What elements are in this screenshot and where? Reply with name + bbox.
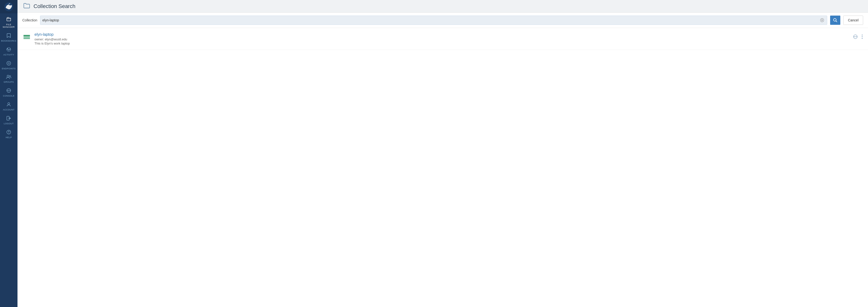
svg-point-26 [862,38,863,39]
sidebar-item-label-file-manager: FILE MANAGER [1,23,17,28]
sidebar-item-help[interactable]: HELP [0,127,18,141]
search-button[interactable] [830,16,840,25]
table-row: elyn-laptop owner: elyn@wustl.edu This i… [18,28,868,50]
sidebar-item-label-console: CONSOLE [3,94,14,97]
app-logo[interactable] [0,0,18,13]
help-icon [6,130,11,135]
sidebar-item-label-help: HELP [6,136,12,139]
sidebar-item-label-groups: GROUPS [4,81,14,83]
search-bar: Collection Cancel [18,12,868,28]
svg-point-4 [8,62,9,64]
result-name[interactable]: elyn-laptop [34,32,852,37]
sidebar-item-bookmarks[interactable]: BOOKMARKS [0,31,18,45]
groups-icon [6,75,11,80]
svg-rect-1 [7,18,11,21]
page-title: Collection Search [33,3,75,9]
svg-point-6 [9,76,11,77]
search-label: Collection [22,18,37,22]
search-input[interactable] [42,18,819,22]
clear-search-button[interactable] [819,18,825,23]
bookmarks-icon [6,33,11,39]
sidebar-item-console[interactable]: CONSOLE [0,86,18,100]
cancel-button[interactable]: Cancel [843,16,863,25]
file-manager-icon [6,17,11,22]
header-folder-icon [23,3,30,10]
sidebar-item-account[interactable]: ACCOUNT [0,100,18,113]
sidebar-item-file-manager[interactable]: FILE MANAGER [0,15,18,31]
result-content: elyn-laptop owner: elyn@wustl.edu This i… [34,32,852,45]
activity-icon [6,47,11,53]
sidebar-item-logout[interactable]: LOGOUT [0,113,18,127]
more-options-button[interactable] [861,34,863,41]
svg-point-24 [862,34,863,35]
sidebar-item-groups[interactable]: GROUPS [0,72,18,86]
endpoints-icon [6,61,11,66]
main-content: Collection Search Collection Cancel [18,0,868,307]
result-actions [852,32,863,41]
svg-point-9 [8,103,10,105]
page-header: Collection Search [18,0,868,12]
account-icon [6,102,11,108]
collection-icon [22,33,31,41]
results-area: elyn-laptop owner: elyn@wustl.edu This i… [18,28,868,307]
result-description: This is Elyn's work laptop [34,41,852,45]
svg-point-25 [862,36,863,37]
sidebar-item-label-bookmarks: BOOKMARKS [1,40,17,42]
logout-icon [6,116,11,121]
sidebar-item-label-endpoints: ENDPOINTS [2,67,16,70]
svg-point-3 [7,61,11,65]
svg-line-18 [836,21,837,22]
sidebar-item-label-logout: LOGOUT [4,122,13,125]
svg-point-13 [8,133,9,134]
sidebar: FILE MANAGER BOOKMARKS ACTIVITY ENDPOINT… [0,0,18,307]
result-owner: owner: elyn@wustl.edu [34,37,852,41]
sidebar-item-endpoints[interactable]: ENDPOINTS [0,58,18,72]
search-input-wrapper [40,16,827,25]
console-icon [6,88,11,94]
svg-point-5 [7,75,9,77]
sidebar-item-label-activity: ACTIVITY [3,54,14,56]
sidebar-item-activity[interactable]: ACTIVITY [0,45,18,58]
sidebar-item-label-account: ACCOUNT [3,109,14,111]
svg-line-8 [8,89,9,91]
svg-point-2 [7,48,11,51]
transfer-action-button[interactable] [852,34,858,41]
